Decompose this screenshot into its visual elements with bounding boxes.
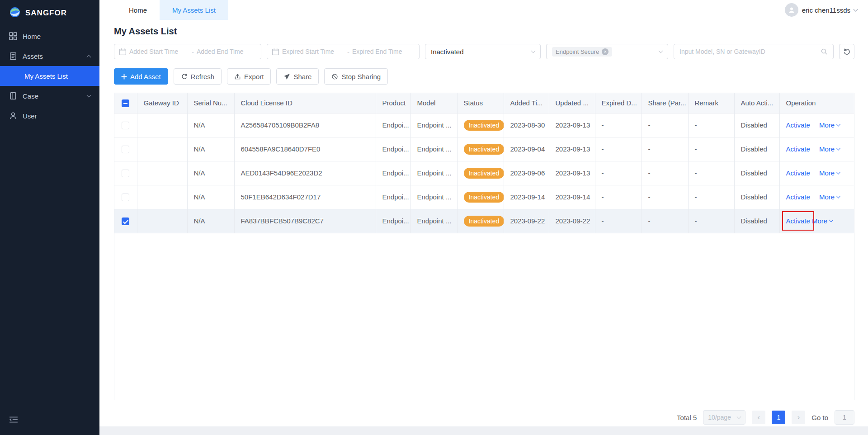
stop-sharing-icon	[331, 73, 338, 80]
status-select[interactable]: Inactivated	[425, 44, 541, 59]
table-row: N/A 604558FA9C18640D7FE0 Endpoi... Endpo…	[114, 137, 854, 161]
cell-updated: 2023-09-14	[549, 185, 595, 209]
cell-product: Endpoi...	[376, 161, 410, 185]
cell-share: -	[642, 185, 688, 209]
col-expired: Expired D...	[595, 93, 642, 113]
cell-expired: -	[595, 137, 642, 161]
button-label: Export	[244, 73, 264, 80]
row-checkbox[interactable]	[122, 122, 129, 129]
page-title: My Assets List	[114, 26, 854, 37]
row-checkbox[interactable]	[122, 218, 129, 225]
sidebar-nav: Home Assets My Assets List Case User	[0, 26, 99, 126]
cell-model: Endpoint ...	[410, 137, 457, 161]
sidebar-collapse-button[interactable]	[9, 416, 18, 425]
cell-added: 2023-09-06	[504, 161, 549, 185]
status-badge: Inactivated	[464, 216, 504, 227]
more-link[interactable]: More	[819, 145, 840, 153]
chevron-down-icon	[836, 122, 841, 127]
cell-cloud-license-id: AED0143F54D96E2023D2	[234, 161, 376, 185]
assets-list-icon	[9, 52, 17, 60]
activate-link[interactable]: Activate	[786, 145, 810, 153]
cell-model: Endpoint ...	[410, 161, 457, 185]
cell-expired: -	[595, 185, 642, 209]
per-page-select[interactable]: 10/page	[703, 410, 745, 425]
sidebar-item-user[interactable]: User	[0, 106, 99, 126]
range-separator: -	[347, 48, 349, 56]
cell-gateway-id	[137, 113, 187, 137]
refresh-button[interactable]: Refresh	[174, 68, 222, 85]
more-link[interactable]: More	[819, 193, 840, 201]
total-count: Total 5	[677, 414, 697, 421]
select-all-checkbox[interactable]	[122, 99, 129, 107]
sangfor-logo-icon	[9, 6, 21, 20]
tab-home[interactable]: Home	[116, 0, 160, 20]
cell-added: 2023-09-22	[504, 209, 549, 233]
collapse-icon	[9, 416, 18, 423]
chevron-down-icon	[854, 7, 858, 11]
add-asset-button[interactable]: Add Asset	[114, 68, 168, 85]
share-plane-icon	[283, 73, 290, 80]
cell-share: -	[642, 209, 688, 233]
range-separator: -	[192, 48, 194, 56]
next-page-button[interactable]: ›	[792, 411, 805, 424]
activate-link[interactable]: Activate	[786, 121, 810, 129]
added-start-time-input[interactable]	[129, 48, 189, 55]
sidebar-item-my-assets-list[interactable]: My Assets List	[0, 66, 99, 86]
page-1-button[interactable]: 1	[772, 411, 785, 424]
sidebar-item-assets[interactable]: Assets	[0, 46, 99, 66]
expired-start-time-input[interactable]	[282, 48, 344, 55]
cell-updated: 2023-09-13	[549, 137, 595, 161]
reset-filters-button[interactable]	[839, 44, 854, 59]
activate-link[interactable]: Activate	[786, 193, 810, 201]
user-menu[interactable]: eric chen11ssds	[785, 3, 857, 17]
cell-model: Endpoint ...	[410, 185, 457, 209]
tab-label: My Assets List	[172, 6, 216, 14]
content-card: Home My Assets List eric chen11ssds My A…	[99, 0, 868, 426]
button-label: Share	[293, 73, 311, 80]
status-badge: Inactivated	[464, 144, 504, 155]
activate-link[interactable]: Activate	[786, 169, 810, 177]
cell-added: 2023-09-04	[504, 137, 549, 161]
col-product: Product	[376, 93, 410, 113]
cell-serial: N/A	[187, 137, 234, 161]
export-button[interactable]: Export	[227, 68, 271, 85]
goto-label: Go to	[811, 414, 828, 421]
search-box	[674, 44, 834, 59]
prev-page-button[interactable]: ‹	[752, 411, 765, 424]
cell-updated: 2023-09-13	[549, 113, 595, 137]
stop-sharing-button[interactable]: Stop Sharing	[324, 68, 388, 85]
cell-cloud-license-id: 604558FA9C18640D7FE0	[234, 137, 376, 161]
search-input[interactable]	[679, 48, 821, 55]
cell-auto: Disabled	[734, 161, 779, 185]
sidebar-item-home[interactable]: Home	[0, 26, 99, 46]
tab-my-assets-list[interactable]: My Assets List	[160, 0, 228, 20]
expired-end-time-input[interactable]	[352, 48, 415, 55]
status-badge: Inactivated	[464, 120, 504, 131]
button-label: Stop Sharing	[341, 73, 381, 80]
sidebar: SANGFOR Home Assets My Assets List Case …	[0, 0, 99, 435]
row-checkbox[interactable]	[122, 146, 129, 153]
sidebar-item-case[interactable]: Case	[0, 86, 99, 106]
table-header-row: Gateway ID Serial Nu... Cloud License ID…	[114, 93, 854, 113]
row-checkbox[interactable]	[122, 194, 129, 201]
added-end-time-input[interactable]	[197, 48, 256, 55]
expired-date-range-picker[interactable]: -	[267, 44, 420, 59]
row-checkbox[interactable]	[122, 170, 129, 177]
tab-bar: Home My Assets List	[116, 0, 228, 20]
product-select[interactable]: Endpoint Secure ×	[546, 44, 668, 59]
home-grid-icon	[9, 32, 17, 40]
more-link[interactable]: More	[819, 169, 840, 177]
cell-expired: -	[595, 113, 642, 137]
goto-page-input[interactable]	[835, 410, 854, 425]
activate-link[interactable]: Activate	[786, 217, 810, 225]
share-button[interactable]: Share	[276, 68, 319, 85]
tag-close-icon[interactable]: ×	[602, 48, 609, 55]
assets-table: Gateway ID Serial Nu... Cloud License ID…	[114, 93, 854, 400]
more-link[interactable]: More	[819, 121, 840, 129]
cell-auto: Disabled	[734, 209, 779, 233]
more-link[interactable]: More	[812, 217, 833, 225]
plus-icon	[121, 74, 127, 80]
added-date-range-picker[interactable]: -	[114, 44, 261, 59]
col-operation: Operation	[779, 93, 854, 113]
chevron-up-icon	[87, 55, 91, 59]
